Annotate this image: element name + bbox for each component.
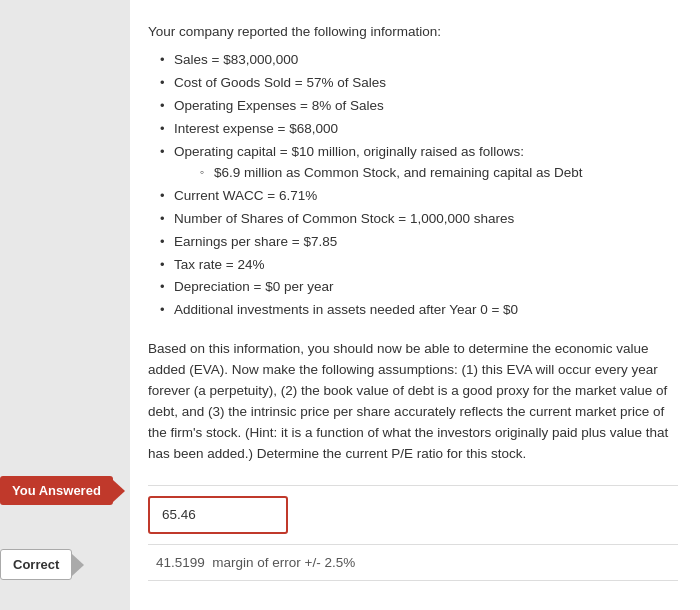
bullet-interest: Interest expense = $68,000 [158, 119, 678, 140]
correct-answer-display-row: 41.5199 margin of error +/- 2.5% [148, 544, 678, 581]
bullet-shares: Number of Shares of Common Stock = 1,000… [158, 209, 678, 230]
bullet-sales: Sales = $83,000,000 [158, 50, 678, 71]
bullet-wacc: Current WACC = 6.71% [158, 186, 678, 207]
bullet-opcapital: Operating capital = $10 million, origina… [158, 142, 678, 184]
correct-answer-row: Correct [0, 549, 94, 580]
sub-bullet-list: $6.9 million as Common Stock, and remain… [174, 163, 678, 184]
you-answered-arrow [113, 480, 125, 502]
bullet-cogs: Cost of Goods Sold = 57% of Sales [158, 73, 678, 94]
bullet-taxrate: Tax rate = 24% [158, 255, 678, 276]
intro-text: Your company reported the following info… [148, 22, 678, 42]
bullet-depreciation: Depreciation = $0 per year [158, 277, 678, 298]
left-sidebar: You Answered Correct [0, 0, 130, 610]
main-content: Your company reported the following info… [130, 0, 700, 610]
you-answered-answer-row: 65.46 [148, 485, 678, 544]
correct-label: Correct [0, 549, 72, 580]
you-answered-input[interactable]: 65.46 [148, 496, 288, 534]
you-answered-label: You Answered [0, 476, 113, 505]
bullet-investments: Additional investments in assets needed … [158, 300, 678, 321]
you-answered-value: 65.46 [162, 507, 196, 522]
bullet-list: Sales = $83,000,000 Cost of Goods Sold =… [148, 50, 678, 323]
page-wrapper: You Answered Correct Your company report… [0, 0, 700, 610]
bullet-eps: Earnings per share = $7.85 [158, 232, 678, 253]
correct-arrow [72, 554, 84, 576]
you-answered-row: You Answered [0, 476, 135, 505]
sub-bullet-stock: $6.9 million as Common Stock, and remain… [198, 163, 678, 184]
sidebar-labels: You Answered Correct [0, 476, 130, 580]
bullet-opex: Operating Expenses = 8% of Sales [158, 96, 678, 117]
description-text: Based on this information, you should no… [148, 339, 678, 465]
correct-answer-value: 41.5199 margin of error +/- 2.5% [156, 555, 355, 570]
